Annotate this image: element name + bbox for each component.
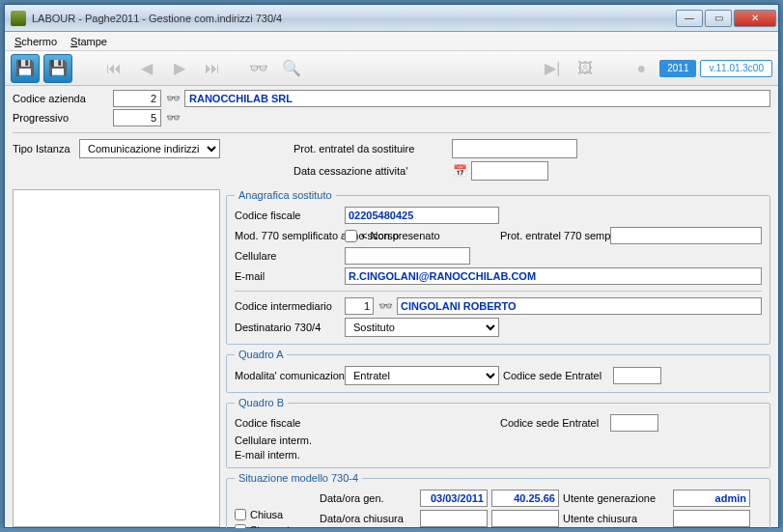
cf-input[interactable] — [345, 207, 499, 224]
non-presentato-check[interactable] — [345, 230, 357, 242]
gen-time-input[interactable] — [491, 490, 559, 507]
anagrafica-legend: Anagrafica sostituto — [235, 189, 336, 201]
quadro-b-fieldset: Quadro B Codice fiscale Codice sede Entr… — [226, 397, 770, 468]
menu-stampe[interactable]: Stampe — [65, 34, 113, 49]
camera-icon[interactable]: ▶| — [538, 54, 567, 83]
toolbar: 💾 💾 ⏮ ◀ ▶ ⏭ 👓 🔍 ▶| 🖼 ● 2011 v.11.01.3c00 — [5, 51, 778, 86]
email-interm-label: E-mail interm. — [235, 449, 341, 461]
gen-label: Data/ora gen. — [320, 492, 416, 504]
cf-label: Codice fiscale — [235, 210, 341, 221]
email-label: E-mail — [235, 270, 341, 282]
save-icon[interactable]: 💾 — [11, 54, 40, 83]
chius-label: Data/ora chiusura — [320, 513, 416, 524]
app-icon — [11, 11, 26, 26]
lookup-icon[interactable]: 👓 — [378, 298, 393, 314]
globe-icon[interactable]: ● — [627, 54, 656, 83]
window-title: LABOUR - Paghe2011 - Gestione com.indiri… — [32, 13, 676, 24]
quadro-b-legend: Quadro B — [235, 397, 288, 408]
tree-panel[interactable] — [13, 189, 220, 527]
progressivo-label: Progressivo — [13, 112, 109, 124]
situazione-legend: Situazione modello 730-4 — [235, 472, 362, 484]
titlebar: LABOUR - Paghe2011 - Gestione com.indiri… — [5, 5, 778, 32]
cellulare-label: Cellulare — [235, 250, 341, 262]
lookup-icon[interactable]: 👓 — [165, 91, 181, 106]
gen-user-input[interactable] — [673, 490, 750, 507]
prot-sost-label: Prot. entratel da sostituire — [294, 143, 448, 154]
tipo-istanza-label: Tipo Istanza — [13, 143, 75, 154]
intermediario-name-input[interactable] — [397, 297, 762, 315]
prot-sost-input[interactable] — [452, 139, 577, 158]
tipo-istanza-select[interactable]: Comunicazione indirizzi — [79, 139, 220, 158]
menu-bar: Schermo Stampe — [5, 32, 778, 51]
version-badge: v.11.01.3c00 — [700, 60, 772, 77]
maximize-button[interactable]: ▭ — [705, 10, 732, 27]
quadro-a-fieldset: Quadro A Modalita' comunicazione Entrate… — [226, 349, 770, 393]
intermediario-code-input[interactable] — [345, 297, 374, 315]
sede-b-input[interactable] — [610, 414, 658, 432]
picture-icon[interactable]: 🖼 — [571, 54, 600, 83]
minimize-button[interactable]: — — [676, 10, 703, 27]
modalita-label: Modalita' comunicazione — [235, 370, 341, 381]
data-cess-label: Data cessazione attivita' — [294, 165, 448, 177]
cell-interm-label: Cellulare interm. — [235, 434, 341, 446]
cf-b-label: Codice fiscale — [235, 417, 341, 429]
calendar-icon[interactable]: 📅 — [452, 163, 467, 179]
close-button[interactable]: ✕ — [734, 10, 776, 27]
year-badge: 2011 — [659, 60, 696, 77]
binoculars-icon[interactable]: 👓 — [244, 54, 273, 83]
first-icon[interactable]: ⏮ — [99, 54, 128, 83]
lookup-icon[interactable]: 👓 — [165, 110, 181, 126]
destinatario-label: Destinatario 730/4 — [235, 322, 341, 333]
sede-a-input[interactable] — [613, 367, 661, 384]
gen-date-input[interactable] — [420, 490, 488, 507]
next-icon[interactable]: ▶ — [165, 54, 194, 83]
email-input[interactable] — [345, 267, 762, 285]
destinatario-select[interactable]: Sostituto — [345, 318, 499, 337]
prot770-label: Prot. entratel 770 semplificato — [500, 230, 606, 241]
cellulare-input[interactable] — [345, 247, 470, 265]
chius-time-input[interactable] — [491, 510, 559, 527]
app-window: LABOUR - Paghe2011 - Gestione com.indiri… — [4, 4, 779, 528]
prot770-input[interactable] — [610, 227, 762, 244]
chiusa-check[interactable] — [235, 509, 246, 520]
sede-b-label: Codice sede Entratel — [500, 417, 606, 429]
non-presentato-label: < Non presenato — [361, 230, 440, 241]
chius-user-label: Utente chiusura — [563, 513, 669, 524]
chius-date-input[interactable] — [420, 510, 488, 527]
menu-schermo[interactable]: Schermo — [9, 34, 63, 49]
codice-azienda-input[interactable] — [113, 90, 161, 107]
quadro-a-legend: Quadro A — [235, 349, 287, 360]
anagrafica-fieldset: Anagrafica sostituto Codice fiscale Mod.… — [226, 189, 770, 345]
search-icon[interactable]: 🔍 — [277, 54, 306, 83]
save-all-icon[interactable]: 💾 — [43, 54, 72, 83]
sede-a-label: Codice sede Entratel — [503, 370, 609, 381]
stampato-check[interactable] — [235, 524, 246, 528]
chius-user-input[interactable] — [673, 510, 750, 527]
last-icon[interactable]: ⏭ — [198, 54, 227, 83]
intermediario-label: Codice intermediario — [235, 300, 341, 312]
gen-user-label: Utente generazione — [563, 492, 669, 504]
progressivo-input[interactable] — [113, 109, 161, 126]
situazione-fieldset: Situazione modello 730-4 Chiusa Stampato… — [226, 472, 770, 528]
modalita-select[interactable]: Entratel — [345, 366, 499, 385]
company-name-input[interactable] — [184, 90, 770, 107]
codice-azienda-label: Codice azienda — [13, 93, 109, 104]
data-cess-input[interactable] — [471, 161, 548, 181]
prev-icon[interactable]: ◀ — [132, 54, 161, 83]
m770-label: Mod. 770 semplificato anno scorso — [235, 230, 341, 241]
